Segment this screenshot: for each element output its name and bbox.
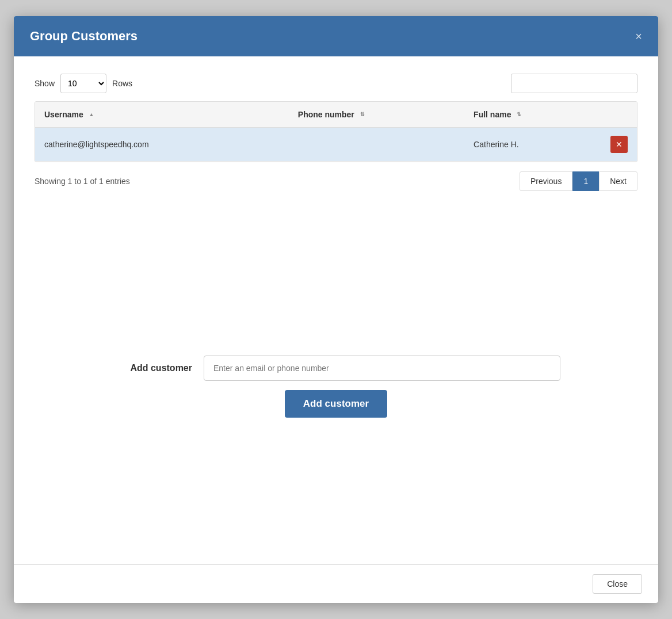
col-fullname-label: Full name: [474, 110, 511, 119]
add-customer-row: Add customer: [35, 356, 637, 381]
cell-action: ✕: [601, 128, 637, 162]
username-sort-icon: ▲: [89, 112, 94, 118]
close-x-button[interactable]: ×: [635, 30, 642, 42]
col-phone[interactable]: Phone number ⇅: [289, 102, 464, 128]
add-customer-section: Add customer Add customer: [35, 356, 637, 418]
rows-per-page-select[interactable]: 10 25 50 100: [60, 74, 106, 93]
col-fullname[interactable]: Full name ⇅: [464, 102, 601, 128]
cell-username: catherine@lightspeedhq.com: [35, 128, 289, 162]
add-customer-button[interactable]: Add customer: [285, 390, 387, 418]
modal-title: Group Customers: [30, 29, 138, 44]
show-label: Show: [35, 79, 55, 88]
pagination: Previous 1 Next: [520, 171, 637, 191]
rows-label: Rows: [112, 79, 132, 88]
previous-page-button[interactable]: Previous: [520, 171, 572, 191]
entries-info: Showing 1 to 1 of 1 entries: [35, 177, 130, 186]
cell-phone: [289, 128, 464, 162]
add-customer-label: Add customer: [112, 363, 192, 373]
modal-header: Group Customers ×: [14, 16, 658, 56]
add-customer-input[interactable]: [204, 356, 560, 381]
next-page-button[interactable]: Next: [599, 171, 637, 191]
modal-body: Show 10 25 50 100 Rows Username: [14, 56, 658, 564]
col-username-label: Username: [44, 110, 83, 119]
cell-fullname: Catherine H.: [464, 128, 601, 162]
table-header-row: Username ▲ Phone number ⇅ Fu: [35, 102, 637, 128]
customers-table-wrapper: Username ▲ Phone number ⇅ Fu: [35, 101, 637, 162]
col-username[interactable]: Username ▲: [35, 102, 289, 128]
close-button[interactable]: Close: [593, 574, 642, 594]
phone-sort-icon: ⇅: [360, 112, 365, 118]
table-controls: Show 10 25 50 100 Rows: [35, 74, 637, 93]
table-footer: Showing 1 to 1 of 1 entries Previous 1 N…: [35, 171, 637, 191]
modal-footer: Close: [14, 564, 658, 603]
table-row: catherine@lightspeedhq.com Catherine H. …: [35, 128, 637, 162]
current-page-button[interactable]: 1: [572, 171, 599, 191]
customers-table: Username ▲ Phone number ⇅ Fu: [35, 102, 637, 162]
modal-group-customers: Group Customers × Show 10 25 50 100 Rows: [14, 16, 658, 603]
col-phone-label: Phone number: [298, 110, 354, 119]
fullname-sort-icon: ⇅: [517, 112, 521, 118]
col-action: [601, 102, 637, 128]
search-input[interactable]: [511, 74, 637, 93]
remove-customer-button[interactable]: ✕: [610, 136, 628, 153]
show-rows-control: Show 10 25 50 100 Rows: [35, 74, 132, 93]
